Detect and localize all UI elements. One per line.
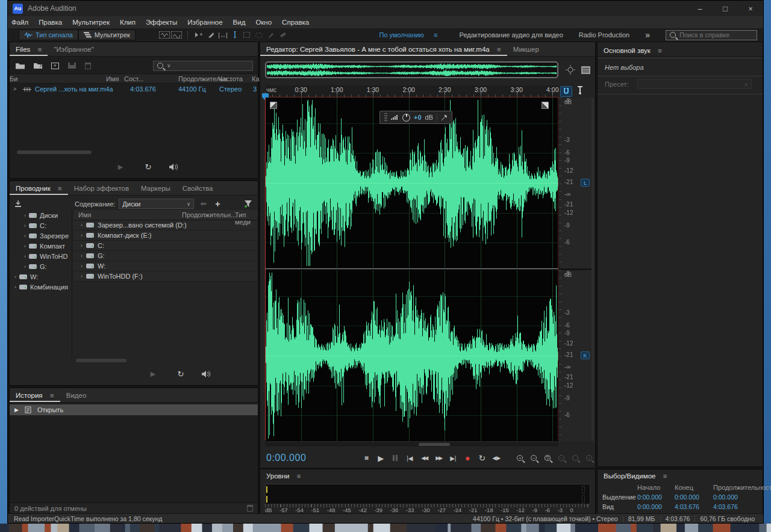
view-end[interactable]: 4:03.676 xyxy=(675,503,713,510)
zoom-in-time-button[interactable]: + xyxy=(545,455,551,461)
skip-selection-button[interactable]: ◀▶ xyxy=(489,452,504,464)
drive-list-item[interactable]: › WinToHDD (F:) xyxy=(73,271,258,282)
filter-funnel-icon[interactable] xyxy=(244,200,252,208)
files-hscrollbar[interactable] xyxy=(17,150,92,154)
delete-icon[interactable] xyxy=(85,63,91,69)
editor-hscrollbar[interactable] xyxy=(419,443,450,446)
tree-item[interactable]: › Зарезере xyxy=(10,230,72,241)
zoom-selection-button[interactable] xyxy=(572,455,578,461)
tree-chevron-icon[interactable]: › xyxy=(24,264,26,270)
slip-tool-icon[interactable]: |↔| xyxy=(217,30,229,40)
column-header[interactable]: Имя xyxy=(106,75,119,82)
view-duration[interactable]: 4:03.676 xyxy=(713,503,771,510)
column-name[interactable]: Имя xyxy=(78,211,91,218)
menu-item[interactable]: Избранное xyxy=(187,19,222,26)
content-dropdown[interactable]: Диски∨ xyxy=(119,199,194,209)
waveform-view-icon[interactable] xyxy=(158,30,170,40)
tab-markers[interactable]: Маркеры xyxy=(135,182,176,195)
drive-list-item[interactable]: › C: xyxy=(73,241,258,251)
tab-effects-rack[interactable]: Набор эффектов xyxy=(68,182,135,195)
tree-chevron-icon[interactable]: › xyxy=(14,284,16,290)
open-file-icon[interactable] xyxy=(16,63,25,69)
spectral-view-icon[interactable] xyxy=(170,30,183,40)
zoom-in-button[interactable]: + xyxy=(517,455,523,461)
title-bar[interactable]: Au Adobe Audition – □ × xyxy=(8,1,763,16)
menu-item[interactable]: Правка xyxy=(39,19,62,26)
selection-duration[interactable]: 0:00.000 xyxy=(713,493,771,501)
panel-menu-icon[interactable]: ≡ xyxy=(663,472,667,480)
preset-dropdown[interactable]: ∨ xyxy=(637,79,752,89)
workspace-default[interactable]: По умолчанию xyxy=(379,31,423,39)
snap-magnet-button[interactable] xyxy=(560,86,572,97)
gain-hud[interactable]: +0 dB xyxy=(379,111,452,124)
column-media-type[interactable]: Тип меди xyxy=(235,211,258,226)
list-chevron-icon[interactable]: › xyxy=(81,243,83,249)
menu-item[interactable]: Мультитрек xyxy=(72,19,110,26)
add-shortcut-icon[interactable]: + xyxy=(215,199,220,209)
menu-item[interactable]: Вид xyxy=(233,19,246,26)
auto-play-speaker-icon[interactable] xyxy=(201,370,211,378)
file-name[interactable]: Сергей ...хоть на миг.m4a xyxy=(35,85,113,93)
workspace-audio-video[interactable]: Редактирование аудио для видео xyxy=(460,31,563,39)
menu-item[interactable]: Справка xyxy=(282,19,309,26)
tree-chevron-icon[interactable]: › xyxy=(24,233,26,239)
playhead-line[interactable] xyxy=(265,97,266,441)
tree-chevron-icon[interactable]: › xyxy=(14,274,16,280)
brush-tool-icon[interactable] xyxy=(265,30,277,40)
tree-chevron-icon[interactable]: › xyxy=(24,243,26,249)
rewind-button[interactable]: ◀◀ xyxy=(417,452,431,464)
fade-out-handle[interactable] xyxy=(542,102,549,109)
channel-right-badge[interactable]: K xyxy=(581,351,590,359)
close-button[interactable]: × xyxy=(738,1,763,16)
panel-menu-icon[interactable]: ≡ xyxy=(38,46,42,53)
drive-list-item[interactable]: › Зарезер...вано системой (D:) xyxy=(73,220,258,230)
tree-item[interactable]: › WinToHD xyxy=(10,251,72,261)
help-search-input[interactable] xyxy=(679,31,752,39)
tree-item[interactable]: › Компакт xyxy=(10,241,72,251)
column-header[interactable]: Би xyxy=(10,75,17,82)
fast-forward-button[interactable]: ▶▶ xyxy=(431,452,446,464)
file-row[interactable]: > Сергей ...хоть на миг.m4a 4:03.676 441… xyxy=(10,84,258,94)
preview-play-icon[interactable]: ▶ xyxy=(113,161,128,173)
files-column-headers[interactable]: ИмяСост...Продолжительн...ЧастотаКаналыБ… xyxy=(10,73,258,84)
menu-item[interactable]: Файл xyxy=(11,19,28,26)
stop-button[interactable]: ■ xyxy=(359,452,373,464)
list-chevron-icon[interactable]: › xyxy=(81,273,83,279)
tab-files[interactable]: Files ≡ xyxy=(10,43,48,56)
heal-tool-icon[interactable] xyxy=(277,30,289,40)
play-button[interactable]: ▶ xyxy=(373,452,388,464)
tree-chevron-icon[interactable]: › xyxy=(24,253,26,259)
menu-item[interactable]: Клип xyxy=(120,19,136,26)
browser-column-headers[interactable]: Имя Продолжительн... Тип меди xyxy=(73,210,258,220)
ibeam-tool-icon[interactable]: I xyxy=(229,30,241,40)
loop-playback-button[interactable]: ↻ xyxy=(475,452,489,464)
tree-item[interactable]: › Комбинация xyxy=(10,282,72,292)
tab-properties[interactable]: Свойства xyxy=(176,182,219,195)
zoom-out-time-button[interactable]: − xyxy=(558,455,564,461)
panel-menu-icon[interactable]: ≡ xyxy=(50,392,54,399)
preview-loop-icon[interactable]: ↻ xyxy=(173,368,188,380)
waveform-canvas[interactable] xyxy=(265,97,558,441)
time-ruler[interactable]: чмс 0:301:001:302:002:303:003:304:00 xyxy=(265,85,558,97)
menu-item[interactable]: Эффекты xyxy=(146,19,177,26)
record-button[interactable]: ● xyxy=(460,452,475,464)
playhead-time[interactable]: 0:00.000 xyxy=(266,453,306,463)
new-file-icon[interactable]: + xyxy=(51,63,59,69)
history-entry[interactable]: ▶ Открыть xyxy=(10,404,258,415)
editor-list-icon[interactable] xyxy=(579,65,592,75)
tree-chevron-icon[interactable]: › xyxy=(24,223,26,229)
tab-history[interactable]: История ≡ xyxy=(10,389,60,402)
tree-chevron-icon[interactable]: › xyxy=(24,212,26,218)
preview-loop-icon[interactable]: ↻ xyxy=(141,161,155,173)
workspace-menu-icon[interactable]: ≡ xyxy=(428,29,444,42)
list-chevron-icon[interactable]: › xyxy=(81,253,83,259)
view-start[interactable]: 0:00.000 xyxy=(637,503,675,510)
workspace-overflow-chevron[interactable]: » xyxy=(645,30,650,40)
browser-hscrollbar[interactable] xyxy=(76,359,126,362)
lasso-tool-icon[interactable] xyxy=(253,30,265,40)
list-chevron-icon[interactable]: › xyxy=(81,222,83,228)
drive-list-item[interactable]: › W: xyxy=(73,261,258,271)
tree-item[interactable]: › W: xyxy=(10,271,72,282)
hud-pin-icon[interactable] xyxy=(441,114,448,121)
workspace-radio-production[interactable]: Radio Production xyxy=(579,31,629,39)
